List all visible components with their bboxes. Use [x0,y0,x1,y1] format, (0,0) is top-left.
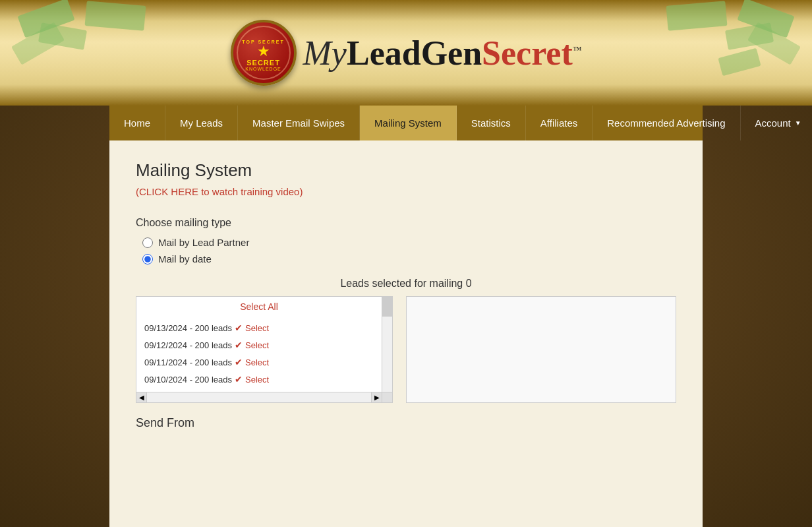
nav-master-email-swipes[interactable]: Master Email Swipes [238,106,360,140]
page-wrapper: TOP SECRET ★ SECRET KNOWLEDGE MyLeadGenS… [0,0,812,527]
page-title: Mailing System [136,160,676,181]
seal-text-top: TOP SECRET [242,40,284,44]
panel-scroll-area: Select All 09/13/2024 - 200 leads ✔ Sele… [136,297,392,402]
nav-bar: Home My Leads Master Email Swipes Mailin… [109,106,703,140]
vertical-scrollbar[interactable] [382,297,392,402]
select-link-0[interactable]: Select [245,323,269,333]
nav-home[interactable]: Home [109,106,165,140]
h-scroll-left[interactable]: ◀ [136,392,147,403]
radio-mail-by-date-label: Mail by date [158,253,212,264]
list-item-date-2: 09/11/2024 - 200 leads [144,357,232,367]
send-from-section: Send From [136,416,676,430]
list-item-date-3: 09/10/2024 - 200 leads [144,375,232,385]
list-item: 09/10/2024 - 200 leads ✔ Select [136,371,382,388]
seal-star: ★ [257,44,270,59]
nav-my-leads[interactable]: My Leads [165,106,238,140]
brand-title: MyLeadGenSecret™ [303,34,582,73]
list-item-date-0: 09/13/2024 - 200 leads [144,323,232,333]
brand-lead: Lead [347,34,421,72]
content-area: Home My Leads Master Email Swipes Mailin… [109,106,703,527]
nav-recommended-advertising[interactable]: Recommended Advertising [593,106,740,140]
check-icon-2: ✔ [235,357,243,367]
panels-row: Select All 09/13/2024 - 200 leads ✔ Sele… [136,296,676,403]
nav-affiliates[interactable]: Affiliates [526,106,593,140]
send-from-label: Send From [136,416,676,430]
training-link[interactable]: (CLICK HERE to watch training video) [136,186,303,197]
check-icon-0: ✔ [235,323,243,333]
list-item: 09/11/2024 - 200 leads ✔ Select [136,354,382,371]
scroll-corner [382,392,392,402]
check-icon-1: ✔ [235,340,243,350]
logo-container: TOP SECRET ★ SECRET KNOWLEDGE MyLeadGenS… [231,20,582,86]
brand-my: My [303,34,347,72]
leads-selected-text: Leads selected for mailing 0 [136,278,676,290]
seal-text-mid: SECRET [246,59,280,67]
radio-mail-by-lead-partner-label: Mail by Lead Partner [158,237,249,248]
nav-mailing-system[interactable]: Mailing System [360,106,457,140]
seal-logo: TOP SECRET ★ SECRET KNOWLEDGE [231,20,297,86]
mailing-type-label: Choose mailing type [136,217,676,229]
banner: TOP SECRET ★ SECRET KNOWLEDGE MyLeadGenS… [0,0,812,106]
list-item: 09/13/2024 - 200 leads ✔ Select [136,319,382,336]
seal-text-bot: KNOWLEDGE [245,67,281,71]
left-panel[interactable]: Select All 09/13/2024 - 200 leads ✔ Sele… [136,296,393,403]
h-scroll-right[interactable]: ▶ [371,392,382,403]
list-item-date-1: 09/12/2024 - 200 leads [144,340,232,350]
brand-secret: Secret [482,34,573,72]
radio-mail-by-date-input[interactable] [142,254,153,264]
main-content: Mailing System (CLICK HERE to watch trai… [109,140,703,450]
horizontal-scrollbar[interactable]: ◀ ▶ [136,392,382,402]
radio-mail-by-date[interactable]: Mail by date [142,253,676,264]
radio-mail-by-lead-partner-input[interactable] [142,237,153,248]
list-header: Select All [136,297,382,317]
select-link-1[interactable]: Select [245,340,269,350]
radio-mail-by-lead-partner[interactable]: Mail by Lead Partner [142,237,676,248]
right-panel [406,296,676,403]
account-dropdown-arrow: ▼ [795,119,801,127]
nav-account[interactable]: Account ▼ [741,106,812,140]
nav-account-label: Account [755,117,791,129]
select-all-link[interactable]: Select All [240,301,278,312]
select-link-2[interactable]: Select [245,357,269,367]
brand-tm: ™ [573,44,582,54]
brand-gen: Gen [421,34,482,72]
check-icon-3: ✔ [235,374,243,385]
list-items: 09/13/2024 - 200 leads ✔ Select 09/12/20… [136,317,382,402]
select-link-3[interactable]: Select [245,375,269,385]
mailing-type-section: Choose mailing type Mail by Lead Partner… [136,217,676,264]
radio-group: Mail by Lead Partner Mail by date [142,237,676,264]
scroll-thumb[interactable] [382,297,392,317]
nav-statistics[interactable]: Statistics [457,106,526,140]
list-item: 09/12/2024 - 200 leads ✔ Select [136,336,382,354]
